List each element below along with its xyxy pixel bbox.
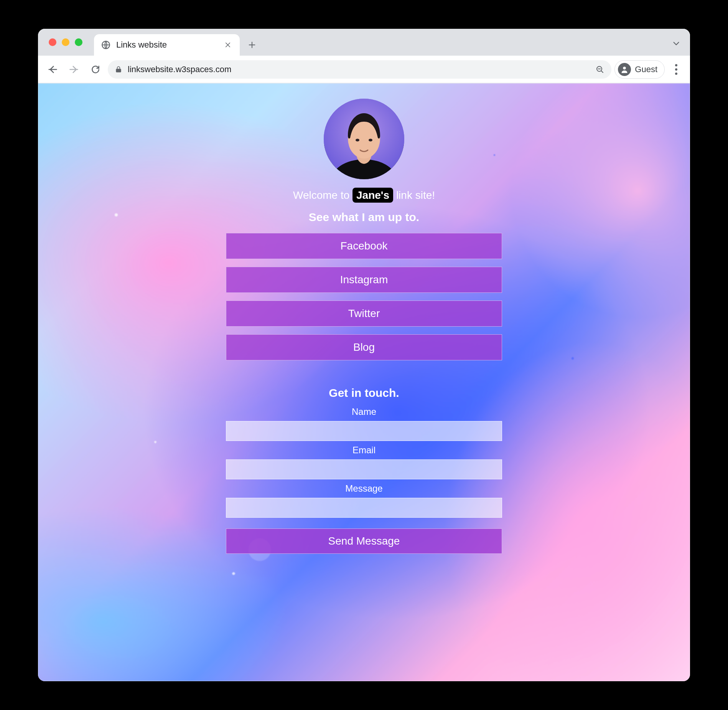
window-controls: [43, 29, 86, 56]
message-label: Message: [345, 483, 382, 494]
email-input[interactable]: [226, 459, 502, 479]
window-minimize-button[interactable]: [62, 38, 69, 46]
link-blog[interactable]: Blog: [226, 334, 502, 360]
browser-window: Links website linkswebsite.w3spaces.com: [38, 29, 690, 681]
browser-toolbar: linkswebsite.w3spaces.com Guest: [38, 56, 690, 83]
profile-label: Guest: [635, 64, 657, 74]
welcome-prefix: Welcome to: [293, 189, 352, 201]
name-input[interactable]: [226, 421, 502, 441]
email-label: Email: [352, 445, 376, 456]
link-list: Facebook Instagram Twitter Blog: [226, 233, 502, 360]
name-label: Name: [352, 406, 376, 417]
window-maximize-button[interactable]: [75, 38, 82, 46]
contact-heading: Get in touch.: [329, 386, 399, 400]
page-content: Welcome to Jane's link site! See what I …: [38, 83, 690, 681]
link-facebook[interactable]: Facebook: [226, 233, 502, 259]
message-input[interactable]: [226, 498, 502, 518]
svg-point-7: [356, 139, 359, 142]
tab-strip: Links website: [38, 29, 690, 56]
tab-title: Links website: [116, 40, 167, 50]
url-text: linkswebsite.w3spaces.com: [128, 64, 590, 74]
tab-close-button[interactable]: [223, 40, 233, 50]
globe-icon: [101, 40, 111, 50]
avatar: [324, 99, 404, 179]
profile-chip[interactable]: Guest: [614, 60, 665, 79]
contact-form: Name Email Message Send Message: [226, 406, 502, 554]
link-instagram[interactable]: Instagram: [226, 267, 502, 293]
new-tab-button[interactable]: [244, 36, 260, 53]
subheading: See what I am up to.: [309, 211, 419, 224]
browser-menu-button[interactable]: [668, 61, 685, 78]
browser-tab[interactable]: Links website: [94, 34, 240, 56]
lock-icon: [115, 66, 122, 73]
svg-point-2: [623, 66, 626, 69]
send-message-button[interactable]: Send Message: [226, 528, 502, 554]
nav-reload-button[interactable]: [86, 60, 105, 79]
nav-forward-button[interactable]: [65, 60, 83, 79]
address-bar[interactable]: linkswebsite.w3spaces.com: [108, 60, 611, 79]
tabs-dropdown-button[interactable]: [668, 35, 685, 52]
person-icon: [618, 63, 631, 76]
svg-point-8: [369, 139, 372, 142]
zoom-icon[interactable]: [595, 65, 604, 74]
link-twitter[interactable]: Twitter: [226, 301, 502, 327]
welcome-suffix: link site!: [393, 189, 435, 201]
nav-back-button[interactable]: [43, 60, 62, 79]
welcome-line: Welcome to Jane's link site!: [293, 189, 435, 201]
welcome-name: Jane's: [352, 188, 393, 203]
window-close-button[interactable]: [49, 38, 56, 46]
page-viewport: Welcome to Jane's link site! See what I …: [38, 83, 690, 681]
